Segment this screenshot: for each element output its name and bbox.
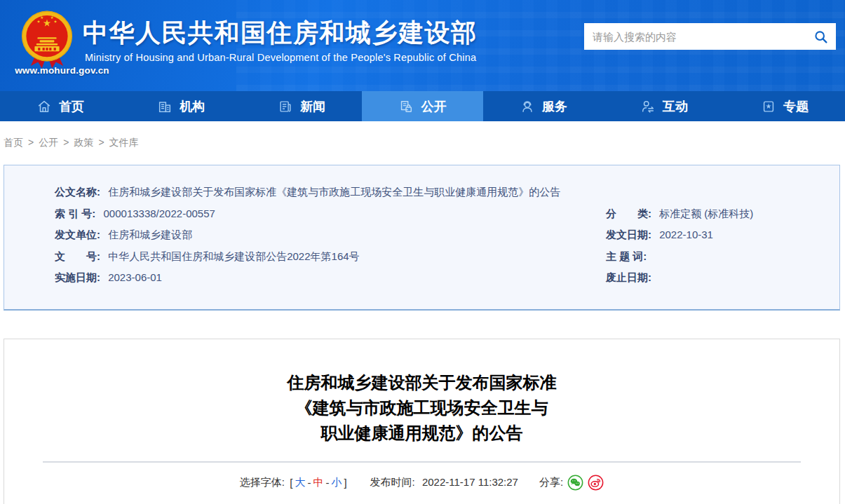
meta-row: 实施日期: 2023-06-01 废止日期: [55, 271, 825, 284]
article-title-line: 职业健康通用规范》的公告 [4, 421, 839, 446]
meta-label-issue-date: 发文日期: [606, 229, 651, 240]
meta-row: 索 引 号: 000013338/2022-00557 分 类: 标准定额 (标… [55, 207, 825, 220]
nav-item-label: 互动 [663, 98, 688, 115]
meta-label-category: 分 类: [606, 207, 651, 219]
publish-time-value: 2022-11-17 11:32:27 [422, 476, 518, 488]
breadcrumb-disclosure[interactable]: 公开 [39, 137, 58, 148]
title-divider [43, 461, 801, 463]
news-icon [278, 99, 293, 114]
dash: - [325, 477, 329, 489]
article-toolbar: 选择字体: [ 大 - 中 - 小 ] 发布时间: 2022-11-17 11:… [4, 475, 839, 491]
wechat-icon [567, 475, 583, 491]
nav-item-home[interactable]: 首页 [0, 91, 121, 121]
nav-item-disclosure[interactable]: 公开 [362, 91, 482, 121]
meta-label-index-number: 索 引 号: [55, 207, 95, 219]
meta-value-category: 标准定额 (标准科技) [659, 207, 753, 219]
search-button[interactable] [805, 23, 836, 50]
organization-icon [157, 99, 173, 114]
meta-label-issuing-unit: 发文单位: [55, 229, 100, 240]
breadcrumb: 首页>公开>政策>文件库 [4, 137, 139, 149]
meta-label-subject-words: 主 题 词: [606, 250, 647, 262]
bracket-close: ] [344, 477, 346, 489]
breadcrumb-separator: > [63, 137, 69, 148]
article-card: 住房和城乡建设部关于发布国家标准 《建筑与市政施工现场安全卫生与 职业健康通用规… [4, 339, 840, 504]
meta-value-doc-number: 中华人民共和国住房和城乡建设部公告2022年第164号 [108, 250, 359, 262]
nav-item-label: 机构 [180, 98, 205, 115]
meta-row: 发文单位: 住房和城乡建设部 发文日期: 2022-10-31 [55, 229, 825, 241]
search-box [584, 23, 836, 50]
breadcrumb-home[interactable]: 首页 [4, 137, 23, 148]
share-wechat-button[interactable] [567, 475, 583, 491]
share-label: 分享: [539, 476, 563, 489]
article-title-line: 《建筑与市政施工现场安全卫生与 [4, 395, 839, 421]
disclosure-icon [398, 99, 414, 114]
main-nav: 首页 机构 新闻 公开 [0, 91, 845, 121]
nav-item-topics[interactable]: 专题 [724, 91, 845, 121]
search-input[interactable] [584, 23, 805, 50]
nav-item-label: 服务 [542, 98, 567, 115]
document-meta-box: 公文名称: 住房和城乡建设部关于发布国家标准《建筑与市政施工现场安全卫生与职业健… [4, 165, 840, 311]
article-title: 住房和城乡建设部关于发布国家标准 《建筑与市政施工现场安全卫生与 职业健康通用规… [4, 370, 839, 446]
nav-item-organization[interactable]: 机构 [121, 91, 241, 121]
dash: - [307, 477, 311, 489]
meta-label-effective-date: 实施日期: [55, 271, 100, 283]
meta-value-issue-date: 2022-10-31 [659, 229, 713, 240]
national-emblem-icon [19, 9, 75, 72]
meta-label-doc-number: 文 号: [55, 250, 100, 262]
publish-time-label: 发布时间: [370, 476, 415, 488]
meta-row-name: 公文名称: 住房和城乡建设部关于发布国家标准《建筑与市政施工现场安全卫生与职业健… [55, 186, 825, 198]
nav-item-label: 公开 [421, 98, 446, 115]
font-size-label: 选择字体: [240, 476, 285, 489]
bracket-open: [ [290, 477, 292, 489]
nav-item-label: 首页 [59, 98, 84, 115]
meta-value-index-number: 000013338/2022-00557 [104, 207, 215, 219]
share-weibo-button[interactable] [588, 475, 604, 491]
meta-value-issuing-unit: 住房和城乡建设部 [108, 229, 192, 240]
search-icon [813, 29, 828, 44]
meta-label-doc-name: 公文名称: [55, 186, 100, 198]
meta-value-doc-name: 住房和城乡建设部关于发布国家标准《建筑与市政施工现场安全卫生与职业健康通用规范》… [108, 186, 560, 198]
breadcrumb-separator: > [28, 137, 34, 148]
meta-value-effective-date: 2023-06-01 [108, 271, 162, 283]
publish-time: 发布时间: 2022-11-17 11:32:27 [370, 476, 518, 489]
nav-item-label: 专题 [783, 98, 809, 115]
home-icon [36, 99, 52, 114]
weibo-icon [588, 475, 604, 491]
breadcrumb-policy[interactable]: 政策 [74, 137, 93, 148]
interaction-icon [640, 99, 656, 114]
meta-row: 文 号: 中华人民共和国住房和城乡建设部公告2022年第164号 主 题 词: [55, 250, 825, 263]
site-title: 中华人民共和国住房和城乡建设部 [83, 16, 478, 50]
share-group: 分享: [539, 475, 604, 491]
article-title-line: 住房和城乡建设部关于发布国家标准 [4, 370, 839, 395]
meta-label-repeal-date: 废止日期: [606, 271, 651, 283]
font-size-large-button[interactable]: 大 [295, 476, 305, 489]
nav-item-news[interactable]: 新闻 [241, 91, 362, 121]
topics-icon [761, 99, 776, 114]
service-icon [520, 99, 535, 114]
breadcrumb-current: 文件库 [109, 137, 139, 148]
site-url: www.mohurd.gov.cn [4, 65, 120, 76]
font-size-medium-button[interactable]: 中 [313, 476, 323, 489]
breadcrumb-separator: > [98, 137, 104, 148]
site-header: www.mohurd.gov.cn 中华人民共和国住房和城乡建设部 Minist… [0, 0, 845, 91]
nav-item-label: 新闻 [300, 98, 325, 115]
font-size-small-button[interactable]: 小 [331, 476, 342, 489]
nav-item-interaction[interactable]: 互动 [604, 91, 724, 121]
nav-item-service[interactable]: 服务 [483, 91, 604, 121]
site-subtitle-en: Ministry of Housing and Urban-Rural Deve… [85, 52, 476, 63]
